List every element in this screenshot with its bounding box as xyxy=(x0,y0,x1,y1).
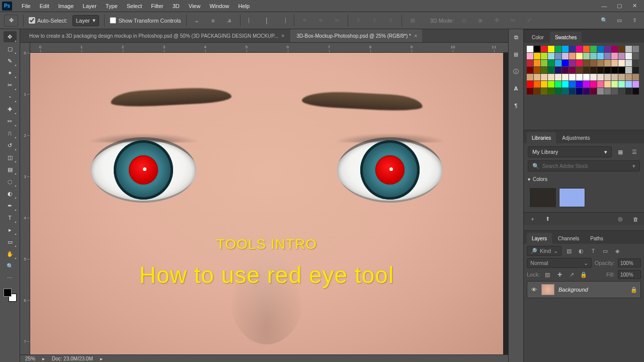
tab-color[interactable]: Color xyxy=(527,32,549,43)
swatch[interactable] xyxy=(576,67,583,73)
search-icon[interactable]: 🔍 xyxy=(599,15,610,26)
library-dropdown[interactable]: My Library ▾ xyxy=(528,146,612,157)
align-right-icon[interactable]: ⎹ xyxy=(278,15,289,26)
swatch[interactable] xyxy=(534,46,540,52)
swatch[interactable] xyxy=(590,60,597,66)
gradient-tool[interactable]: ▤ xyxy=(4,164,17,175)
swatch[interactable] xyxy=(534,81,540,87)
menu-edit[interactable]: Edit xyxy=(35,3,54,9)
swatch[interactable] xyxy=(569,67,576,73)
dodge-tool[interactable]: ◐ xyxy=(4,188,17,199)
swatch[interactable] xyxy=(611,67,618,73)
swatch[interactable] xyxy=(583,67,590,73)
swatch[interactable] xyxy=(625,74,632,80)
distribute-right-icon[interactable]: ⦀ xyxy=(385,15,396,26)
swatch[interactable] xyxy=(576,53,583,59)
zoom-level[interactable]: 25% xyxy=(25,356,35,361)
swatch[interactable] xyxy=(611,46,618,52)
menu-file[interactable]: File xyxy=(17,3,35,9)
swatch[interactable] xyxy=(625,67,632,73)
swatch[interactable] xyxy=(555,67,561,73)
lock-artboard-icon[interactable]: ↗ xyxy=(567,270,576,279)
swatch[interactable] xyxy=(604,88,611,95)
swatch[interactable] xyxy=(604,74,611,80)
tab-libraries[interactable]: Libraries xyxy=(527,132,556,143)
workspace-icon[interactable]: ▭ xyxy=(614,15,625,26)
swatch[interactable] xyxy=(534,74,540,80)
swatch[interactable] xyxy=(597,81,604,87)
swatch[interactable] xyxy=(527,67,533,73)
menu-select[interactable]: Select xyxy=(122,3,147,9)
swatch[interactable] xyxy=(604,67,611,73)
tab-channels[interactable]: Channels xyxy=(553,233,584,244)
swatch[interactable] xyxy=(569,53,576,59)
swatch[interactable] xyxy=(541,60,547,66)
swatch[interactable] xyxy=(534,88,540,95)
filter-type-icon[interactable]: T xyxy=(589,246,598,255)
swatch[interactable] xyxy=(555,60,561,66)
character-panel-icon[interactable]: A xyxy=(511,83,521,94)
layer-thumbnail[interactable] xyxy=(541,284,554,295)
swatch[interactable] xyxy=(604,46,611,52)
swatch[interactable] xyxy=(541,53,547,59)
lock-position-icon[interactable]: ✚ xyxy=(555,270,564,279)
3d-scale-icon[interactable]: ⤢ xyxy=(523,15,534,26)
share-icon[interactable]: ⇪ xyxy=(629,15,640,26)
document-tab-1[interactable]: How to create a 3D packaging design mock… xyxy=(23,29,289,42)
swatch[interactable] xyxy=(527,53,533,59)
swatch[interactable] xyxy=(618,67,625,73)
swatch[interactable] xyxy=(625,60,632,66)
swatch[interactable] xyxy=(562,81,569,87)
swatch[interactable] xyxy=(534,60,540,66)
swatch[interactable] xyxy=(625,46,632,52)
swatch[interactable] xyxy=(590,88,597,95)
swatch[interactable] xyxy=(590,67,597,73)
swatch[interactable] xyxy=(632,46,639,52)
swatch[interactable] xyxy=(541,88,547,95)
swatch[interactable] xyxy=(569,88,576,95)
swatch[interactable] xyxy=(590,53,597,59)
tab-swatches[interactable]: Swatches xyxy=(550,32,582,43)
library-trash-icon[interactable]: 🗑 xyxy=(630,214,641,225)
marquee-tool[interactable]: ▢ xyxy=(4,43,17,54)
type-tool[interactable]: T xyxy=(4,212,17,223)
shape-tool[interactable]: ▭ xyxy=(4,236,17,247)
lock-all-icon[interactable]: 🔒 xyxy=(579,270,588,279)
swatch[interactable] xyxy=(632,67,639,73)
menu-window[interactable]: Window xyxy=(205,3,233,9)
menu-type[interactable]: Type xyxy=(101,3,122,9)
3d-pan-icon[interactable]: ✥ xyxy=(491,15,502,26)
swatch[interactable] xyxy=(527,74,533,80)
swatch[interactable] xyxy=(562,67,569,73)
swatch[interactable] xyxy=(583,88,590,95)
distribute-left-icon[interactable]: ⦀ xyxy=(353,15,364,26)
info-panel-icon[interactable]: ⓘ xyxy=(511,66,521,76)
swatch[interactable] xyxy=(541,46,547,52)
chevron-down-icon[interactable]: ▾ xyxy=(632,163,635,169)
swatch[interactable] xyxy=(611,88,618,95)
swatch[interactable] xyxy=(618,60,625,66)
history-brush-tool[interactable]: ↺ xyxy=(4,140,17,151)
swatch[interactable] xyxy=(618,74,625,80)
status-chevron-icon[interactable]: ▸ xyxy=(100,356,103,361)
blur-tool[interactable]: ◌ xyxy=(4,176,17,187)
swatch[interactable] xyxy=(548,67,554,73)
quick-select-tool[interactable]: ✦ xyxy=(4,67,17,78)
auto-select-target-dropdown[interactable]: Layer ▾ xyxy=(72,15,100,26)
align-hcenter-icon[interactable]: │ xyxy=(262,15,273,26)
move-tool[interactable]: ✥ xyxy=(4,31,17,42)
menu-view[interactable]: View xyxy=(184,3,205,9)
properties-panel-icon[interactable]: ⊞ xyxy=(511,49,521,59)
library-color-2[interactable] xyxy=(559,188,585,207)
swatch[interactable] xyxy=(562,46,569,52)
swatch[interactable] xyxy=(548,60,554,66)
menu-3d[interactable]: 3D xyxy=(168,3,184,9)
library-upload-icon[interactable]: ⬆ xyxy=(542,214,553,225)
menu-image[interactable]: Image xyxy=(54,3,78,9)
healing-brush-tool[interactable]: ✚ xyxy=(4,104,17,115)
swatch[interactable] xyxy=(548,74,554,80)
swatch[interactable] xyxy=(611,74,618,80)
3d-orbit-icon[interactable]: ◎ xyxy=(459,15,470,26)
swatch[interactable] xyxy=(555,46,561,52)
lock-pixels-icon[interactable]: ▨ xyxy=(543,270,552,279)
